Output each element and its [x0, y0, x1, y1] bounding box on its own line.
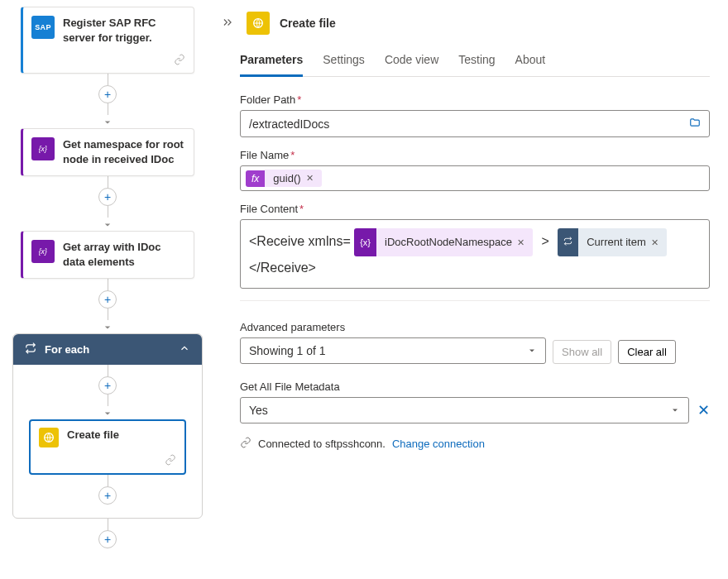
flow-step-sap-trigger[interactable]: SAP Register SAP RFC server for trigger.	[21, 7, 194, 74]
add-step-button[interactable]: +	[98, 486, 117, 505]
globe-file-icon	[39, 428, 59, 447]
add-step-button[interactable]: +	[98, 290, 117, 309]
flow-canvas: SAP Register SAP RFC server for trigger.…	[0, 0, 215, 579]
link-icon	[174, 54, 185, 68]
chevron-down-icon	[527, 346, 537, 356]
loop-icon	[558, 228, 578, 256]
variable-icon: {x}	[354, 228, 376, 256]
sap-icon: SAP	[31, 16, 55, 39]
tabs: Parameters Settings Code view Testing Ab…	[240, 46, 710, 77]
metadata-select[interactable]: Yes	[240, 397, 689, 423]
chip-text: iDocRootNodeNamespace	[385, 231, 512, 254]
expression-chip-guid[interactable]: fx guid()✕	[246, 170, 322, 187]
file-name-input[interactable]: fx guid()✕	[240, 165, 710, 191]
arrow-down-icon	[104, 218, 111, 231]
folder-path-value: /extractedIDocs	[249, 117, 329, 131]
foreach-title: For each	[45, 343, 89, 356]
link-icon	[165, 454, 176, 468]
required-asterisk: *	[299, 203, 304, 215]
select-value: Showing 1 of 1	[249, 344, 326, 357]
label-text: File Content	[240, 203, 298, 215]
connector: +	[98, 176, 117, 231]
content-text-prefix: <Receive xmlns=	[249, 234, 351, 248]
svg-text:{x}: {x}	[39, 145, 47, 153]
advanced-params-label: Advanced parameters	[240, 321, 546, 333]
tab-parameters[interactable]: Parameters	[240, 46, 303, 77]
detail-title: Create file	[280, 17, 336, 30]
svg-text:{x}: {x}	[39, 247, 47, 256]
fx-icon: fx	[246, 170, 265, 187]
add-step-button[interactable]: +	[98, 85, 117, 103]
flow-step-array[interactable]: {x} Get array with IDoc data elements	[21, 231, 194, 279]
detail-panel: Create file Parameters Settings Code vie…	[215, 0, 728, 579]
tab-testing[interactable]: Testing	[458, 46, 495, 76]
select-value: Yes	[249, 404, 268, 417]
loop-icon	[25, 342, 36, 356]
tab-code-view[interactable]: Code view	[385, 46, 438, 76]
connection-info: Connected to sftpsshconn. Change connect…	[240, 437, 710, 451]
file-content-input[interactable]: <Receive xmlns= {x} iDocRootNodeNamespac…	[240, 219, 710, 289]
metadata-label: Get All File Metadata	[240, 380, 710, 393]
connector: +	[98, 74, 117, 128]
collapse-panel-button[interactable]	[218, 13, 237, 34]
remove-chip-icon[interactable]: ✕	[517, 231, 524, 254]
remove-chip-icon[interactable]: ✕	[651, 231, 659, 254]
change-connection-link[interactable]: Change connection	[392, 438, 485, 450]
foreach-header[interactable]: For each	[13, 334, 202, 365]
clear-all-button[interactable]: Clear all	[618, 340, 676, 364]
file-content-label: File Content*	[240, 203, 710, 215]
tab-about[interactable]: About	[515, 46, 546, 76]
content-text-gt: >	[541, 234, 548, 248]
arrow-down-icon	[104, 406, 111, 419]
arrow-down-icon	[104, 320, 111, 333]
variable-icon: {x}	[31, 240, 55, 263]
connector: +	[98, 365, 117, 419]
folder-path-input[interactable]: /extractedIDocs	[240, 110, 710, 137]
connector: +	[98, 475, 117, 505]
connector: +	[98, 279, 117, 333]
tab-settings[interactable]: Settings	[323, 46, 365, 76]
add-step-button[interactable]: +	[98, 530, 117, 548]
step-title: Create file	[67, 428, 119, 443]
foreach-container[interactable]: For each + Create file	[12, 333, 203, 519]
remove-metadata-icon[interactable]: ✕	[697, 401, 710, 419]
required-asterisk: *	[290, 149, 295, 161]
chevron-up-icon[interactable]	[179, 342, 190, 356]
remove-chip-icon[interactable]: ✕	[306, 173, 314, 184]
variable-icon: {x}	[31, 137, 55, 160]
link-icon	[240, 437, 251, 451]
step-title: Get array with IDoc data elements	[63, 240, 184, 270]
label-text: File Name	[240, 149, 289, 161]
step-title: Get namespace for root node in received …	[63, 137, 184, 167]
step-title: Register SAP RFC server for trigger.	[63, 16, 184, 45]
advanced-params-select[interactable]: Showing 1 of 1	[240, 337, 546, 364]
folder-path-label: Folder Path*	[240, 93, 710, 106]
add-step-button[interactable]: +	[98, 188, 117, 206]
required-asterisk: *	[297, 93, 301, 106]
label-text: Folder Path	[240, 93, 295, 106]
chevron-down-icon	[670, 405, 680, 415]
globe-file-icon	[247, 12, 270, 35]
variable-chip-namespace[interactable]: {x} iDocRootNodeNamespace✕	[354, 228, 533, 256]
file-name-label: File Name*	[240, 149, 710, 161]
add-step-button[interactable]: +	[98, 376, 117, 395]
arrow-down-icon	[104, 115, 111, 128]
connection-text: Connected to sftpsshconn.	[258, 438, 386, 450]
flow-step-create-file[interactable]: Create file	[29, 419, 186, 475]
chip-text: Current item	[587, 231, 646, 254]
show-all-button[interactable]: Show all	[553, 340, 611, 364]
content-text-close: </Receive>	[249, 261, 316, 275]
folder-picker-icon[interactable]	[689, 117, 701, 131]
chip-text: guid()	[273, 172, 300, 184]
flow-step-namespace[interactable]: {x} Get namespace for root node in recei…	[21, 128, 194, 176]
loop-chip-current-item[interactable]: Current item✕	[558, 228, 667, 256]
connector: +	[98, 519, 117, 548]
